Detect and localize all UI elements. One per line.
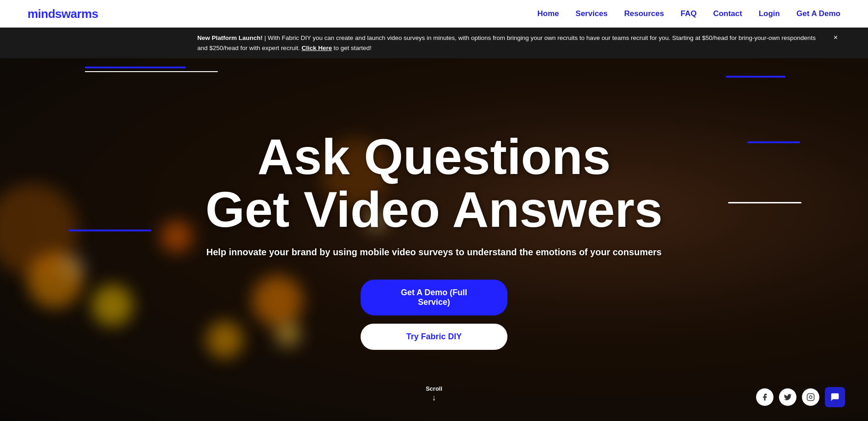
hero-buttons: Get A Demo (Full Service) Try Fabric DIY xyxy=(361,280,507,350)
twitter-icon[interactable] xyxy=(779,388,796,406)
nav-links: Home Services Resources FAQ Contact Logi… xyxy=(537,9,840,18)
diy-button[interactable]: Try Fabric DIY xyxy=(361,324,507,350)
nav-link-contact[interactable]: Contact xyxy=(713,9,742,18)
svg-rect-0 xyxy=(807,394,814,401)
scroll-label: Scroll xyxy=(426,385,442,392)
announcement-banner: New Platform Launch! | With Fabric DIY y… xyxy=(0,28,868,58)
hero-subheadline: Help innovate your brand by using mobile… xyxy=(206,247,662,258)
facebook-icon[interactable] xyxy=(756,388,773,406)
nav-item-faq[interactable]: FAQ xyxy=(680,9,696,18)
nav-item-services[interactable]: Services xyxy=(576,9,608,18)
instagram-icon[interactable] xyxy=(802,388,819,406)
hero-headline-line2: Get Video Answers xyxy=(206,181,662,237)
hero-content: Ask Questions Get Video Answers Help inn… xyxy=(0,58,868,421)
nav-item-home[interactable]: Home xyxy=(537,9,559,18)
scroll-arrow-icon: ↓ xyxy=(432,393,436,403)
banner-cta-suffix: to get started! xyxy=(334,45,372,51)
social-icons xyxy=(756,387,845,407)
scroll-indicator: Scroll ↓ xyxy=(426,385,442,403)
navbar: mindswarms Home Services Resources FAQ C… xyxy=(0,0,868,28)
nav-link-get-demo[interactable]: Get A Demo xyxy=(796,9,840,18)
nav-link-login[interactable]: Login xyxy=(759,9,780,18)
nav-item-resources[interactable]: Resources xyxy=(624,9,664,18)
hero-headline-line1: Ask Questions xyxy=(257,128,611,185)
banner-close-button[interactable]: × xyxy=(831,33,840,42)
hero-section: mindswarms Home Services Resources FAQ C… xyxy=(0,0,868,421)
nav-link-services[interactable]: Services xyxy=(576,9,608,18)
banner-cta-link[interactable]: Click Here xyxy=(301,45,332,51)
nav-link-resources[interactable]: Resources xyxy=(624,9,664,18)
nav-item-contact[interactable]: Contact xyxy=(713,9,742,18)
nav-item-get-demo[interactable]: Get A Demo xyxy=(796,9,840,18)
banner-text: New Platform Launch! | With Fabric DIY y… xyxy=(197,33,825,53)
nav-item-login[interactable]: Login xyxy=(759,9,780,18)
demo-button[interactable]: Get A Demo (Full Service) xyxy=(361,280,507,315)
banner-body: | With Fabric DIY you can create and lau… xyxy=(197,34,816,51)
brand-logo: mindswarms xyxy=(28,7,98,21)
banner-bold: New Platform Launch! xyxy=(197,34,263,41)
nav-link-faq[interactable]: FAQ xyxy=(680,9,696,18)
chat-button[interactable] xyxy=(825,387,845,407)
hero-headline: Ask Questions Get Video Answers xyxy=(206,130,662,236)
nav-link-home[interactable]: Home xyxy=(537,9,559,18)
